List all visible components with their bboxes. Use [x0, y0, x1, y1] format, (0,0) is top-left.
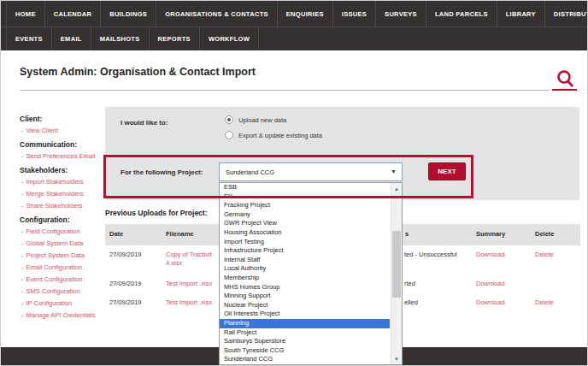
sidebar-link-global-system-data[interactable]: -Global System Data — [21, 239, 105, 247]
dropdown-option-rail-project[interactable]: Rail Project — [220, 328, 390, 338]
sidebar-link-sms-configuration[interactable]: -SMS Configuration — [21, 287, 105, 295]
link-dash: - — [21, 287, 24, 295]
link-dash: - — [21, 227, 24, 235]
nav-item-enquiries[interactable]: ENQUIRIES — [278, 1, 333, 27]
radio-label: Export & update existing data — [238, 132, 322, 139]
sidebar-link-send-preferences-email[interactable]: -Send Preferences Email — [21, 152, 105, 160]
dropdown-option-gwr-project-view[interactable]: GWR Project View — [220, 219, 390, 228]
scrollbar-up-icon[interactable]: ▲ — [391, 183, 402, 194]
dropdown-option-planning[interactable]: Planning — [220, 319, 390, 328]
radio-label: Upload new data — [238, 116, 286, 124]
dropdown-option-internal-staff[interactable]: Internal Staff — [220, 256, 390, 265]
dropdown-option-fracking-project[interactable]: Fracking Project — [220, 201, 390, 210]
dropdown-option-minning-support[interactable]: Minning Support — [220, 292, 390, 301]
cell-delete-link[interactable]: Delete — [535, 251, 554, 258]
sidebar-link-merge-stakeholders[interactable]: -Merge Stakeholders — [21, 190, 105, 198]
radio-option-upload-new-data[interactable]: Upload new data — [225, 115, 286, 124]
search-icon — [555, 68, 577, 92]
dropdown-option-nuclear-project[interactable]: Nuclear Project — [220, 301, 390, 310]
sidebar-link-email-configuration[interactable]: -Email Configuration — [21, 263, 105, 271]
link-dash: - — [21, 178, 24, 186]
nav-item-issues[interactable]: ISSUES — [333, 1, 376, 27]
link-dash: - — [21, 251, 24, 259]
scrollbar-thumb[interactable] — [392, 231, 401, 298]
title-divider — [20, 90, 550, 91]
radio-unselected-icon[interactable] — [225, 131, 233, 139]
nav-item-email[interactable]: EMAIL — [52, 27, 91, 50]
radio-option-export-update-existing-data[interactable]: Export & update existing data — [225, 131, 322, 139]
project-select[interactable]: Sunderland CCG ▼ — [219, 162, 403, 181]
link-dash: - — [21, 190, 24, 198]
dropdown-option-mhs-homes-group[interactable]: MHS Homes Group — [220, 283, 390, 292]
dropdown-option-sainburys-superstore[interactable]: Sainburys Superstore — [220, 337, 390, 346]
nav-item-library[interactable]: LIBRARY — [497, 1, 545, 27]
search-button[interactable] — [555, 68, 577, 92]
link-dash: - — [21, 239, 24, 247]
link-dash: - — [21, 275, 24, 283]
dropdown-option-south-tyneside-ccg[interactable]: South Tyneside CCG — [220, 346, 390, 356]
cell-date: 27/09/2019 — [109, 251, 142, 258]
dropdown-option-local-authority[interactable]: Local Authority — [220, 264, 390, 274]
dropdown-option-germany[interactable]: Germany — [220, 210, 390, 220]
nav-item-surveys[interactable]: SURVEYS — [376, 1, 426, 27]
cell-download-link[interactable]: Download — [476, 298, 504, 306]
sidebar-link-event-configuration[interactable]: -Event Configuration — [21, 275, 105, 283]
dropdown-option-ey[interactable]: EY — [220, 192, 390, 202]
sidebar-link-project-system-data[interactable]: -Project System Data — [21, 251, 105, 259]
main-nav-row2: EVENTSEMAILMAILSHOTSREPORTSWORKFLOW — [1, 27, 587, 50]
link-dash: - — [21, 152, 24, 160]
radio-selected-icon[interactable] — [225, 115, 233, 124]
link-dash: - — [21, 299, 24, 307]
link-dash: - — [21, 127, 24, 134]
nav-item-home[interactable]: HOME — [6, 1, 45, 27]
dropdown-option-sunderland-ccg[interactable]: Sunderland CCG — [220, 355, 390, 364]
nav-item-buildings[interactable]: BUILDINGS — [101, 1, 156, 27]
nav-item-mailshots[interactable]: MAILSHOTS — [91, 27, 150, 50]
col-header-summary: Summary — [476, 230, 505, 238]
dropdown-option-housing-association[interactable]: Housing Association — [220, 228, 390, 238]
dropdown-option-infrastructure-project[interactable]: Infrastructure Project — [220, 246, 390, 256]
cell-filename-link[interactable]: Test Import .xlsx — [166, 280, 212, 288]
intent-label: I would like to: — [121, 119, 168, 127]
sidebar-heading-configuration: Configuration: — [20, 215, 105, 224]
dropdown-option-esb[interactable]: ESB — [220, 183, 390, 192]
dropdown-option-membership[interactable]: Membership — [220, 274, 390, 283]
sidebar-link-ip-configuration[interactable]: -IP Configuration — [21, 299, 105, 307]
col-header-date: Date — [109, 230, 123, 238]
sidebar-link-field-configuration[interactable]: -Field Configuration — [21, 227, 105, 235]
cell-download-link[interactable]: Download — [476, 251, 504, 258]
nav-item-events[interactable]: EVENTS — [6, 27, 52, 50]
search-underline — [552, 89, 577, 91]
sidebar-heading-stakeholders: Stakeholders: — [20, 166, 105, 174]
cell-status-fragment: rted — [404, 280, 415, 287]
sidebar-link-share-stakeholders[interactable]: -Share Stakeholders — [21, 202, 105, 210]
nav-item-workflow[interactable]: WORKFLOW — [200, 27, 259, 50]
dropdown-option-oil-interests-project[interactable]: Oil Interests Project — [220, 310, 390, 319]
cell-download-link[interactable]: Download — [476, 280, 504, 287]
col-header-filename: Filename — [166, 230, 194, 238]
scrollbar-down-icon[interactable]: ▼ — [391, 353, 402, 364]
nav-item-land-parcels[interactable]: LAND PARCELS — [426, 1, 497, 27]
dropdown-option-import-testing[interactable]: Import Testing — [220, 238, 390, 247]
nav-item-calendar[interactable]: CALENDAR — [45, 1, 101, 27]
nav-item-organisations-contacts[interactable]: ORGANISATIONS & CONTACTS — [156, 1, 278, 27]
sidebar-heading-communication: Communication: — [20, 140, 105, 149]
nav-item-reports[interactable]: REPORTS — [150, 27, 200, 50]
filename-line: 4.xlsx — [166, 259, 212, 268]
link-dash: - — [21, 263, 24, 271]
cell-delete-link[interactable]: Delete — [535, 298, 554, 306]
project-dropdown-list: ESBEYFracking ProjectGermanyGWR Project … — [219, 182, 403, 365]
cell-filename-link[interactable]: Test Import .xlsx — [166, 298, 212, 307]
app-window: HOMECALENDARBUILDINGSORGANISATIONS & CON… — [0, 0, 588, 366]
chevron-down-icon: ▼ — [391, 168, 397, 174]
sidebar-link-view-client[interactable]: -View Client — [21, 127, 105, 134]
next-button[interactable]: NEXT — [428, 162, 466, 180]
filename-line: Copy of Tractivit — [166, 251, 212, 259]
nav-item-distribution-lists[interactable]: DISTRIBUTION LISTS — [545, 1, 588, 27]
dropdown-scrollbar[interactable]: ▲ ▼ — [391, 183, 402, 364]
cell-filename-link[interactable]: Copy of Tractivit4.xlsx — [166, 251, 212, 268]
sidebar-link-manage-api-credentials[interactable]: -Manage API Credentials — [21, 311, 105, 319]
col-header-status-fragment: s — [405, 230, 409, 238]
sidebar-link-import-stakeholders[interactable]: -Import Stakeholders — [21, 178, 105, 186]
cell-date: 27/09/2019 — [109, 298, 142, 306]
